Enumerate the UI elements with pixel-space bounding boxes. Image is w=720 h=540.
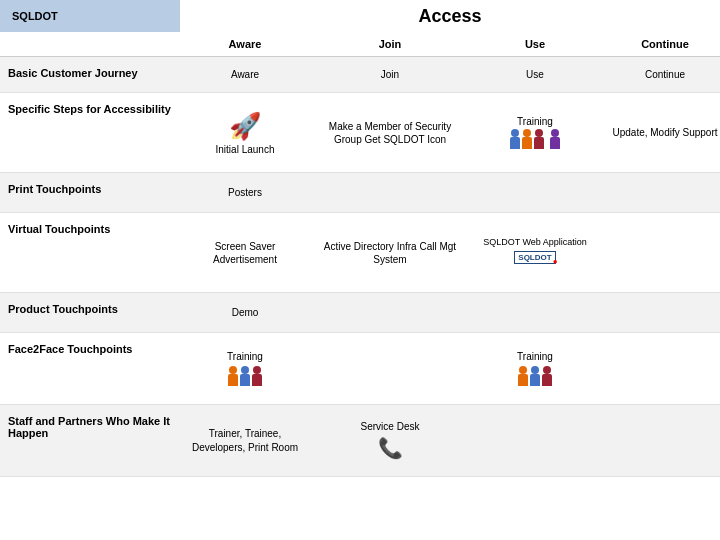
col-header-label [0,36,180,52]
row-label-basic: Basic Customer Journey [0,57,180,87]
sqldot-text: SQLDOT [12,10,58,22]
page-title-area: Access [180,0,720,32]
header: SQLDOT Access [0,0,720,32]
cell-f2f-use: Training [470,347,600,390]
row-label-staff: Staff and Partners Who Make It Happen [0,405,180,447]
cell-print-use [470,189,600,197]
cell-specific-join: Make a Member of Security Group Get SQLD… [310,116,470,150]
column-headers: Aware Join Use Continue Leave [0,32,720,57]
cell-virtual-join: Active Directory Infra Call Mgt System [310,236,470,270]
col-header-continue: Continue [600,36,720,52]
row-basic-customer-journey: Basic Customer Journey Aware Join Use Co… [0,57,720,93]
cell-basic-join: Join [310,65,470,84]
cell-specific-continue: Update, Modify Support [600,122,720,143]
row-label-f2f: Face2Face Touchpoints [0,333,180,363]
row-staff-partners: Staff and Partners Who Make It Happen Tr… [0,405,720,477]
col-header-aware: Aware [180,36,310,52]
row-virtual-touchpoints: Virtual Touchpoints Screen Saver Adverti… [0,213,720,293]
col-header-join: Join [310,36,470,52]
rocket-icon: 🚀 [229,111,261,142]
cell-product-aware: Demo [180,303,310,322]
cell-staff-continue [600,437,720,445]
cell-basic-aware: Aware [180,65,310,84]
row-face2face-touchpoints: Face2Face Touchpoints Training Training [0,333,720,405]
cell-specific-aware: 🚀 Initial Launch [180,107,310,159]
cell-print-aware: Posters [180,183,310,202]
cell-basic-use: Use [470,65,600,84]
training-people-icon [510,129,560,149]
cell-staff-aware: Trainer, Trainee, Developers, Print Room [180,423,310,459]
phone-icon-join: 📞 [378,436,403,460]
cell-print-join [310,189,470,197]
row-label-product: Product Touchpoints [0,293,180,323]
cell-virtual-aware: Screen Saver Advertisement [180,236,310,270]
cell-virtual-use: SQLDOT Web Application SQLDOT● [470,233,600,272]
cell-product-use [470,309,600,317]
sqldot-logo-icon: SQLDOT● [514,251,555,264]
cell-basic-continue: Continue [600,65,720,84]
f2f-use-people-icon [518,366,552,386]
cell-virtual-continue [600,249,720,257]
row-specific-steps: Specific Steps for Accessibility 🚀 Initi… [0,93,720,173]
sqldot-web-app: SQLDOT Web Application SQLDOT● [483,237,587,268]
cell-product-join [310,309,470,317]
cell-f2f-join [310,365,470,373]
row-label-specific: Specific Steps for Accessibility [0,93,180,123]
cell-product-continue [600,309,720,317]
row-label-print: Print Touchpoints [0,173,180,203]
sqldot-label: SQLDOT [0,0,180,32]
cell-f2f-aware: Training [180,347,310,390]
cell-staff-join: Service Desk 📞 [310,417,470,464]
cell-print-continue [600,189,720,197]
col-header-use: Use [470,36,600,52]
cell-specific-use: Training [470,112,600,153]
f2f-aware-people-icon [228,366,262,386]
row-label-virtual: Virtual Touchpoints [0,213,180,243]
row-product-touchpoints: Product Touchpoints Demo [0,293,720,333]
cell-staff-use [470,437,600,445]
page-title: Access [418,6,481,27]
row-print-touchpoints: Print Touchpoints Posters [0,173,720,213]
cell-f2f-continue [600,365,720,373]
